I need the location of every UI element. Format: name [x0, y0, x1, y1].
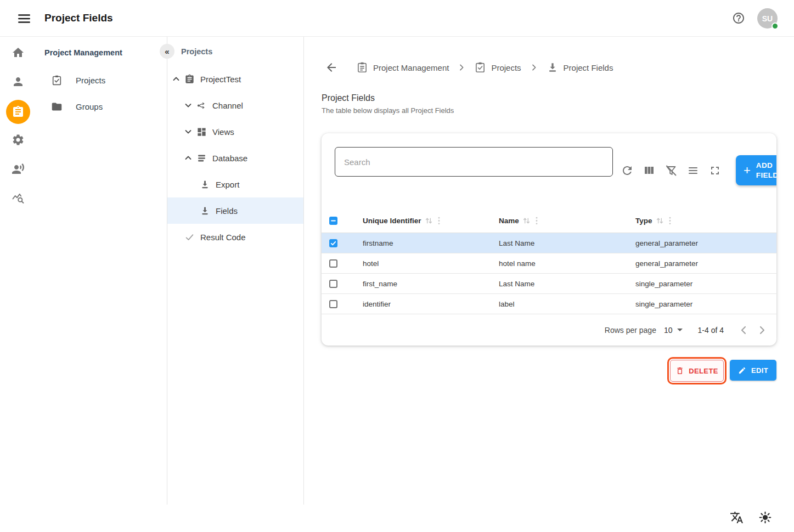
- rail-users[interactable]: [6, 71, 30, 93]
- tree-item-label: Fields: [216, 206, 238, 216]
- column-label: Name: [499, 217, 519, 225]
- chevron-up-icon[interactable]: [172, 75, 180, 83]
- chevron-down-icon[interactable]: [184, 101, 192, 109]
- brightness-icon[interactable]: [758, 511, 772, 524]
- avatar-initials: SU: [762, 14, 773, 23]
- table-row[interactable]: first_name Last Name single_parameter: [322, 274, 776, 294]
- help-icon[interactable]: [732, 12, 745, 25]
- person-icon: [12, 75, 25, 88]
- chevron-up-icon[interactable]: [184, 154, 192, 162]
- breadcrumb-label: Projects: [491, 63, 521, 72]
- edit-button[interactable]: EDIT: [730, 360, 776, 381]
- sort-icon[interactable]: [656, 217, 664, 225]
- row-checkbox[interactable]: [329, 239, 337, 247]
- avatar[interactable]: SU: [757, 8, 778, 29]
- collapse-panel-icon[interactable]: «: [160, 44, 174, 59]
- cell-type: single_parameter: [635, 280, 776, 288]
- app-title: Project Fields: [44, 0, 113, 36]
- tree-item-label: Database: [212, 154, 247, 163]
- tree-item-label: Result Code: [200, 233, 246, 242]
- pagination-range: 1-4 of 4: [698, 326, 724, 335]
- tree-item-views[interactable]: Views: [167, 118, 303, 145]
- column-menu-icon[interactable]: [669, 217, 671, 225]
- top-bar: Project Fields SU: [0, 0, 794, 37]
- breadcrumb-projects[interactable]: Projects: [474, 61, 521, 73]
- highlight-ring: DELETE: [667, 357, 727, 384]
- select-all-checkbox[interactable]: [329, 217, 337, 225]
- tree-item-label: Channel: [212, 101, 243, 110]
- table-row[interactable]: hotel hotel name general_parameter: [322, 253, 776, 274]
- corner-controls: [730, 511, 772, 524]
- chevron-right-icon: [457, 63, 466, 72]
- cell-type: general_parameter: [635, 239, 776, 247]
- menu-item-label: Projects: [76, 76, 105, 85]
- rail-projects-active[interactable]: [6, 100, 30, 124]
- row-checkbox[interactable]: [329, 280, 337, 288]
- settings-icon: [12, 133, 25, 146]
- rows-per-page-select[interactable]: 10: [664, 326, 683, 335]
- table-toolbar: [621, 164, 722, 177]
- clipboard-icon: [356, 61, 368, 73]
- add-field-label: ADD FIELD: [756, 161, 776, 180]
- cell-name: Last Name: [499, 280, 635, 288]
- back-arrow-icon[interactable]: [325, 61, 338, 74]
- table-row[interactable]: firstname Last Name general_parameter: [322, 233, 776, 253]
- delete-button[interactable]: DELETE: [670, 360, 724, 382]
- breadcrumb: Project Management Projects Project Fiel…: [325, 59, 613, 76]
- menu-header: Project Management: [44, 48, 167, 58]
- tree-item-export[interactable]: Export: [167, 171, 303, 197]
- refresh-icon[interactable]: [621, 164, 634, 177]
- sort-icon[interactable]: [522, 217, 531, 225]
- column-menu-icon[interactable]: [438, 217, 440, 225]
- view-columns-icon[interactable]: [643, 164, 656, 177]
- column-header-unique-identifier[interactable]: Unique Identifier: [363, 217, 499, 225]
- menu-item-groups[interactable]: Groups: [36, 95, 167, 117]
- storage-icon: [196, 153, 207, 163]
- home-icon: [12, 46, 25, 59]
- icon-rail: [0, 36, 36, 505]
- page-subtitle: The table below displays all Project Fie…: [322, 106, 454, 115]
- tree-item-label: ProjectTest: [200, 75, 241, 84]
- query-stats-icon: [12, 191, 25, 205]
- column-header-type[interactable]: Type: [635, 217, 776, 225]
- row-checkbox[interactable]: [329, 300, 337, 308]
- rail-voice[interactable]: [6, 158, 30, 180]
- add-field-button[interactable]: + ADD FIELD: [736, 155, 776, 185]
- sort-icon[interactable]: [425, 217, 433, 225]
- search-input[interactable]: [335, 147, 613, 177]
- trash-icon: [675, 366, 684, 375]
- translate-icon[interactable]: [730, 511, 744, 524]
- breadcrumb-project-management[interactable]: Project Management: [356, 61, 449, 73]
- menu-item-label: Groups: [76, 102, 103, 111]
- tree-item-database[interactable]: Database: [167, 145, 303, 171]
- caret-down-icon: [677, 329, 683, 331]
- cell-name: label: [499, 300, 635, 308]
- cell-type: single_parameter: [635, 300, 776, 308]
- rows-per-page-label: Rows per page: [605, 326, 656, 335]
- tree-item-label: Export: [216, 180, 239, 189]
- menu-icon[interactable]: [17, 12, 31, 25]
- tree-item-channel[interactable]: Channel: [167, 92, 303, 118]
- column-label: Type: [635, 217, 652, 225]
- next-page-icon[interactable]: [756, 324, 769, 337]
- previous-page-icon[interactable]: [737, 324, 750, 337]
- row-checkbox[interactable]: [329, 259, 337, 268]
- rail-home[interactable]: [6, 42, 30, 64]
- filter-off-icon[interactable]: [665, 164, 678, 177]
- menu-item-projects[interactable]: Projects: [36, 69, 167, 91]
- tree-item-projecttest[interactable]: ProjectTest: [167, 66, 303, 92]
- breadcrumb-project-fields[interactable]: Project Fields: [547, 61, 613, 73]
- density-icon[interactable]: [686, 164, 700, 177]
- delete-label: DELETE: [689, 367, 718, 375]
- table-row[interactable]: identifier label single_parameter: [322, 294, 776, 314]
- tree-item-result-code[interactable]: Result Code: [167, 224, 303, 250]
- fullscreen-icon[interactable]: [708, 164, 722, 177]
- rail-analytics[interactable]: [6, 187, 30, 209]
- assignment-icon: [12, 105, 25, 118]
- rail-settings[interactable]: [6, 129, 30, 151]
- tree-item-fields[interactable]: Fields: [167, 197, 303, 224]
- column-header-name[interactable]: Name: [499, 217, 635, 225]
- column-menu-icon[interactable]: [536, 217, 538, 225]
- download-icon: [547, 61, 559, 73]
- chevron-down-icon[interactable]: [184, 128, 192, 135]
